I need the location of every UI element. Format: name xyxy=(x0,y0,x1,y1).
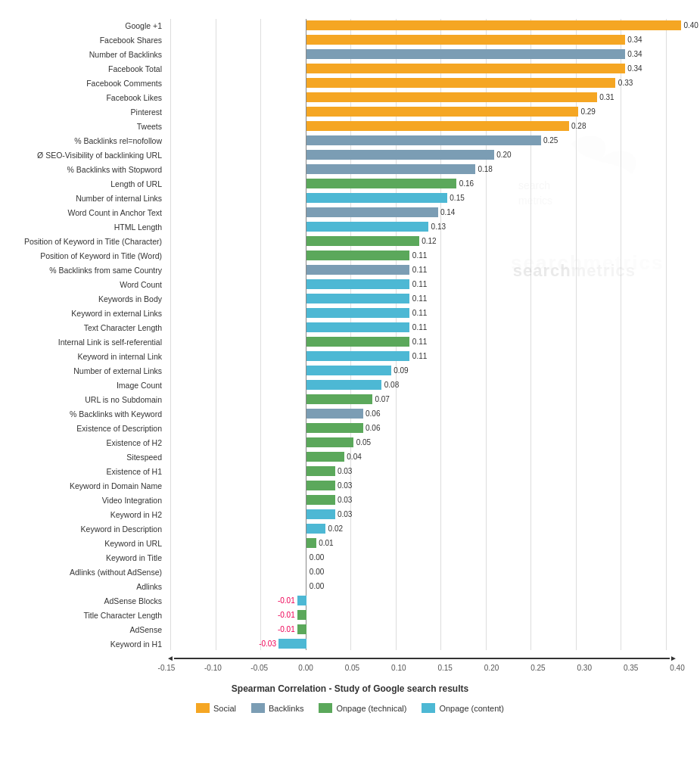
bar-area: 0.03 xyxy=(166,466,681,476)
bar-label: Pinterest xyxy=(11,107,166,117)
bar-area: 0.34 xyxy=(166,64,681,73)
bar-area: 0.29 xyxy=(166,107,681,117)
bar-area: 0.00 xyxy=(166,567,681,577)
bar-fill xyxy=(306,366,390,375)
table-row: AdSense Blocks-0.01 xyxy=(11,594,681,607)
bar-label: Keywords in Body xyxy=(11,294,166,303)
bar-area: 0.11 xyxy=(166,308,681,318)
bar-value-label: -0.01 xyxy=(278,625,295,633)
table-row: Length of URL0.16 xyxy=(11,177,681,190)
bar-area: 0.03 xyxy=(166,509,681,519)
bar-label: Word Count in Anchor Text xyxy=(11,208,166,217)
bar-fill xyxy=(306,308,409,318)
bar-value-label: -0.01 xyxy=(278,596,295,605)
bar-label: Keyword in URL xyxy=(11,539,166,548)
bar-fill xyxy=(306,222,428,232)
bar-fill xyxy=(306,409,362,419)
bar-value-label: 0.11 xyxy=(412,352,427,360)
bar-label: Adlinks (without AdSense) xyxy=(11,568,166,577)
bar-fill xyxy=(306,164,475,174)
bar-label: Existence of H2 xyxy=(11,438,166,447)
bar-fill xyxy=(306,78,615,88)
bar-area: 0.18 xyxy=(166,164,681,174)
bar-label: Keyword in H1 xyxy=(11,640,166,649)
bar-fill xyxy=(306,495,334,505)
bar-area: 0.05 xyxy=(166,437,681,447)
legend-color-swatch xyxy=(196,703,210,713)
bar-value-label: 0.03 xyxy=(338,496,352,504)
table-row: Keywords in Body0.11 xyxy=(11,292,681,305)
bar-label: Ø SEO-Visibility of backlinking URL xyxy=(11,151,166,160)
table-row: Keyword in Title0.00 xyxy=(11,551,681,564)
table-row: Image Count0.08 xyxy=(11,378,681,391)
bar-value-label: 0.05 xyxy=(356,438,371,447)
bar-value-label: 0.07 xyxy=(375,395,389,403)
table-row: Position of Keyword in Title (Character)… xyxy=(11,235,681,247)
table-row: Sitespeed0.04 xyxy=(11,450,681,463)
bar-area: 0.06 xyxy=(166,409,681,419)
bar-label: Facebook Shares xyxy=(11,36,166,45)
bar-area: 0.01 xyxy=(166,538,681,548)
bar-label: AdSense Blocks xyxy=(11,596,166,605)
bar-value-label: 0.00 xyxy=(310,582,324,590)
bar-value-label: 0.02 xyxy=(328,524,343,533)
bar-fill xyxy=(306,466,334,476)
x-tick-label: -0.15 xyxy=(158,664,176,672)
table-row: Internal Link is self-referential0.11 xyxy=(11,335,681,348)
table-row: Position of Keyword in Title (Word)0.11 xyxy=(11,249,681,262)
bar-value-label: 0.00 xyxy=(310,553,324,562)
bar-label: Facebook Total xyxy=(11,64,166,73)
bar-label: Facebook Likes xyxy=(11,93,166,102)
bar-fill xyxy=(306,207,437,217)
table-row: % Backlinks rel=nofollow0.25 xyxy=(11,134,681,147)
bar-area: 0.11 xyxy=(166,279,681,289)
bar-fill xyxy=(297,596,306,605)
bar-fill xyxy=(306,380,381,390)
bar-area: -0.01 xyxy=(166,596,681,605)
bar-value-label: 0.29 xyxy=(580,107,595,116)
bar-area: 0.15 xyxy=(166,193,681,203)
bar-area: 0.28 xyxy=(166,121,681,131)
bar-fill xyxy=(306,251,409,260)
x-tick-label: 0.05 xyxy=(345,664,359,672)
bar-label: % Backlinks with Stopword xyxy=(11,165,166,174)
bar-label: Title Character Length xyxy=(11,611,166,620)
table-row: URL is no Subdomain0.07 xyxy=(11,393,681,406)
bar-value-label: 0.11 xyxy=(412,294,427,303)
bar-value-label: 0.34 xyxy=(627,64,642,73)
bar-value-label: 0.12 xyxy=(422,237,436,245)
bar-label: Keyword in Description xyxy=(11,524,166,534)
bar-value-label: 0.11 xyxy=(412,309,427,317)
bar-label: Adlinks xyxy=(11,582,166,591)
legend-color-swatch xyxy=(319,703,332,713)
bar-value-label: 0.03 xyxy=(338,510,352,518)
bar-area: 0.13 xyxy=(166,222,681,232)
bar-label: Keyword in H2 xyxy=(11,510,166,519)
bar-label: Existence of Description xyxy=(11,424,166,433)
bar-label: Keyword in external Links xyxy=(11,309,166,318)
bar-fill xyxy=(306,20,681,30)
bar-area: 0.00 xyxy=(166,581,681,591)
legend-item: Onpage (content) xyxy=(422,703,504,713)
bar-label: Video Integration xyxy=(11,496,166,505)
bar-fill xyxy=(306,236,418,246)
bar-fill xyxy=(306,394,372,404)
bar-label: Keyword in Title xyxy=(11,553,166,562)
bar-area: 0.00 xyxy=(166,552,681,562)
bar-label: Image Count xyxy=(11,381,166,390)
bar-area: 0.33 xyxy=(166,78,681,88)
bar-value-label: 0.33 xyxy=(618,79,633,87)
bar-label: Sitespeed xyxy=(11,453,166,462)
table-row: Existence of Description0.06 xyxy=(11,422,681,434)
bar-value-label: 0.20 xyxy=(496,151,511,159)
table-row: Existence of H20.05 xyxy=(11,436,681,449)
legend: SocialBacklinksOnpage (technical)Onpage … xyxy=(8,703,692,713)
legend-label: Onpage (content) xyxy=(439,704,504,713)
main-chart: Google +10.40Facebook Shares0.34Number o… xyxy=(11,19,681,650)
bar-value-label: -0.01 xyxy=(278,611,295,619)
legend-label: Social xyxy=(213,704,236,713)
bar-fill xyxy=(306,423,362,433)
bar-fill xyxy=(297,624,306,634)
table-row: Keyword in URL0.01 xyxy=(11,537,681,549)
bar-value-label: 0.06 xyxy=(366,424,380,432)
